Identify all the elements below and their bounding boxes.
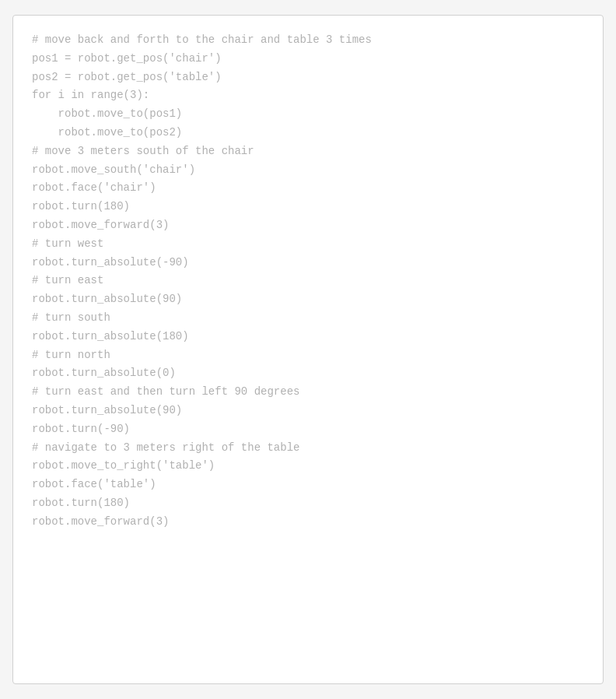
code-line: # turn east and then turn left 90 degree… <box>32 383 584 402</box>
code-line: robot.face('chair') <box>32 179 584 198</box>
code-line: pos1 = robot.get_pos('chair') <box>32 50 584 68</box>
code-line: # move 3 meters south of the chair <box>32 142 584 161</box>
code-line: # move back and forth to the chair and t… <box>32 31 584 50</box>
code-line: robot.turn(180) <box>32 198 584 216</box>
code-line: robot.move_to(pos1) <box>32 105 584 124</box>
code-line: robot.move_forward(3) <box>32 513 584 532</box>
code-line: pos2 = robot.get_pos('table') <box>32 68 584 87</box>
code-line: # turn south <box>32 309 584 328</box>
code-line: robot.turn(180) <box>32 494 584 513</box>
code-line: # turn north <box>32 346 584 365</box>
code-line: # navigate to 3 meters right of the tabl… <box>32 439 584 458</box>
code-line: robot.move_to_right('table') <box>32 457 584 476</box>
code-line: robot.face('table') <box>32 476 584 494</box>
code-line: # turn east <box>32 272 584 290</box>
code-line: robot.turn_absolute(180) <box>32 328 584 346</box>
code-line: robot.move_to(pos2) <box>32 124 584 142</box>
code-line: robot.move_forward(3) <box>32 216 584 235</box>
code-line: robot.turn_absolute(90) <box>32 290 584 309</box>
code-line: robot.turn_absolute(90) <box>32 402 584 420</box>
code-line: # turn west <box>32 235 584 254</box>
code-block: # move back and forth to the chair and t… <box>32 31 584 532</box>
code-line: robot.turn(-90) <box>32 420 584 439</box>
code-container: # move back and forth to the chair and t… <box>12 15 604 684</box>
code-line: robot.turn_absolute(-90) <box>32 254 584 272</box>
code-line: robot.turn_absolute(0) <box>32 364 584 383</box>
code-line: robot.move_south('chair') <box>32 161 584 180</box>
code-line: for i in range(3): <box>32 86 584 105</box>
